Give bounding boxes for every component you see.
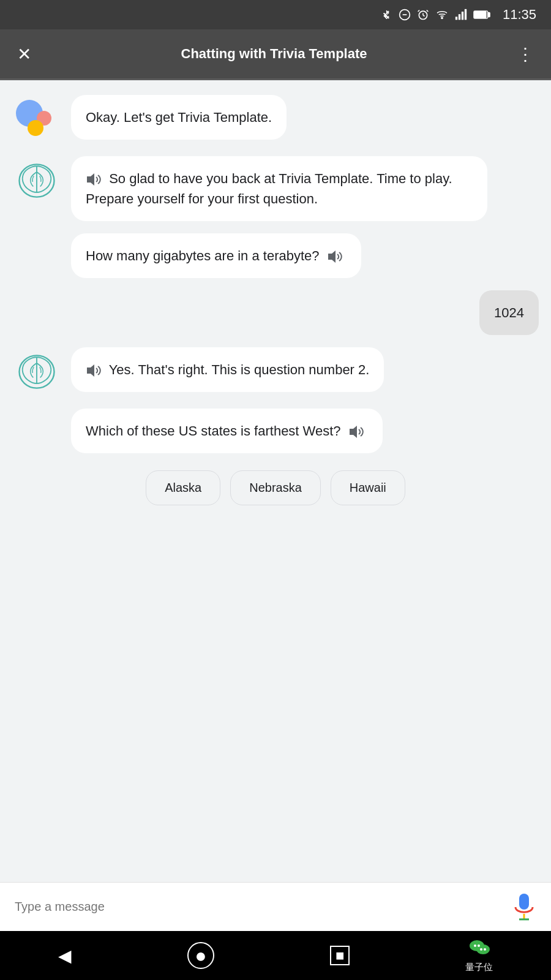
sound-icon [86,173,103,186]
svg-marker-23 [328,251,335,263]
header-title: Chatting with Trivia Template [36,46,512,62]
signal-icon [455,9,467,21]
wifi-icon [435,9,449,20]
message-row: Yes. That's right. This is question numb… [12,347,539,396]
svg-point-19 [28,120,43,136]
menu-button[interactable]: ⋮ [512,39,539,69]
assistant-bubble: Yes. That's right. This is question numb… [71,347,384,392]
home-button[interactable]: ● [187,942,214,969]
svg-rect-28 [519,894,529,910]
sound-icon [348,425,365,439]
message-input[interactable] [15,900,512,914]
status-icons [380,8,490,21]
svg-rect-11 [459,14,460,20]
svg-line-8 [423,15,425,17]
choice-buttons: Alaska Nebraska Hawaii [12,466,539,510]
minus-circle-icon [399,9,411,21]
message-row: Okay. Let's get Trivia Template. [12,95,539,144]
svg-point-9 [441,17,443,18]
brain-avatar [12,347,61,396]
svg-rect-10 [455,17,457,20]
svg-rect-12 [462,12,463,20]
bluetooth-icon [380,8,392,21]
message-text: 1024 [494,305,524,320]
battery-icon [473,10,490,20]
question-text: Which of these US states is farthest Wes… [86,423,341,439]
question-text: How many gigabytes are in a terabyte? [86,248,320,263]
svg-marker-26 [87,364,94,377]
question-bubble: How many gigabytes are in a terabyte? [71,233,361,278]
message-row: So glad to have you back at Trivia Templ… [12,156,539,221]
svg-rect-16 [474,12,486,18]
close-button[interactable]: ✕ [12,39,36,69]
google-assistant-avatar [12,95,61,144]
choice-alaska[interactable]: Alaska [146,470,220,505]
mic-button[interactable] [512,892,536,922]
brain-avatar [12,156,61,205]
svg-point-35 [480,948,482,951]
message-row: 1024 [12,290,539,335]
message-text: Yes. That's right. This is question numb… [109,362,370,377]
choice-nebraska[interactable]: Nebraska [230,470,321,505]
svg-marker-27 [350,426,357,438]
input-bar [0,882,551,931]
chat-area: Okay. Let's get Trivia Template. [0,80,551,882]
question-bubble: Which of these US states is farthest Wes… [71,409,383,453]
svg-point-34 [478,944,480,947]
alarm-icon [417,9,429,21]
assistant-bubble: So glad to have you back at Trivia Templ… [71,156,487,221]
svg-rect-15 [488,13,490,17]
app-header: ✕ Chatting with Trivia Template ⋮ [0,29,551,78]
svg-point-36 [484,948,486,951]
assistant-bubble: Okay. Let's get Trivia Template. [71,95,287,140]
svg-rect-13 [465,9,467,20]
back-button[interactable]: ◀ [58,946,72,966]
svg-marker-22 [87,173,94,186]
message-row: Which of these US states is farthest Wes… [12,409,539,453]
sound-icon [327,250,344,263]
message-text: So glad to have you back at Trivia Templ… [86,171,452,206]
status-time: 11:35 [503,7,536,23]
recent-button[interactable]: ■ [330,946,350,965]
message-text: Okay. Let's get Trivia Template. [86,110,272,125]
user-bubble: 1024 [479,290,539,335]
svg-point-33 [474,944,476,947]
choice-hawaii[interactable]: Hawaii [331,470,405,505]
bottom-nav: ◀ ● ■ 量子位 [0,931,551,980]
wechat-button[interactable]: 量子位 [465,938,493,973]
status-bar: 11:35 [0,0,551,29]
sound-icon [86,364,103,377]
message-row: How many gigabytes are in a terabyte? [12,233,539,278]
wechat-label: 量子位 [465,962,493,973]
